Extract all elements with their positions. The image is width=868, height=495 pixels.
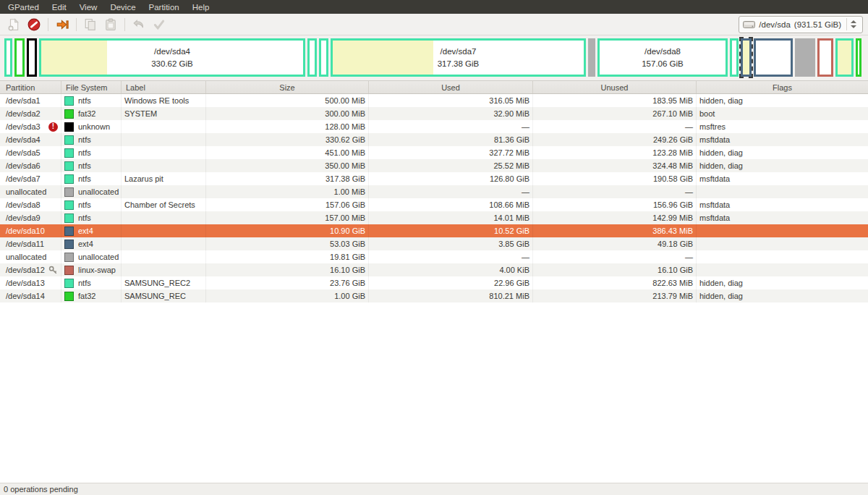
partition-row-sda7[interactable]: /dev/sda7ntfsLazarus pit317.38 GiB126.80… (0, 172, 868, 185)
partition-row-sda6[interactable]: /dev/sda6ntfs350.00 MiB25.52 MiB324.48 M… (0, 159, 868, 172)
toolbar-separator (48, 18, 48, 31)
cell-used: — (369, 250, 533, 263)
segment-device-name: /dev/sda4 (154, 46, 190, 57)
cell-label (122, 237, 206, 250)
disk-segment-/dev/sda5[interactable] (307, 38, 317, 77)
partition-row-sda4[interactable]: /dev/sda4ntfs330.62 GiB81.36 GiB249.26 G… (0, 133, 868, 146)
paste-icon (104, 18, 117, 31)
partition-table-header: PartitionFile SystemLabelSizeUsedUnusedF… (0, 80, 868, 94)
cell-partition: /dev/sda5 (0, 146, 61, 159)
disk-segment-unallocated[interactable] (795, 38, 815, 77)
cell-filesystem: fat32 (61, 107, 122, 120)
disk-segment-/dev/sda13[interactable] (835, 38, 854, 77)
cell-partition: /dev/sda6 (0, 159, 61, 172)
partition-row-sda10[interactable]: /dev/sda10ext410.90 GiB10.52 GiB386.43 M… (0, 224, 868, 237)
filesystem-name: unallocated (78, 253, 119, 261)
disk-segment-/dev/sda8[interactable]: /dev/sda8157.06 GiB (597, 38, 728, 77)
segment-used-space (838, 41, 851, 75)
disk-segment-/dev/sda3[interactable] (27, 38, 37, 77)
device-selector[interactable]: /dev/sda (931.51 GiB) (739, 16, 863, 33)
partition-row-sda5[interactable]: /dev/sda5ntfs451.00 MiB327.72 MiB123.28 … (0, 146, 868, 159)
partition-row-sda11[interactable]: /dev/sda11ext453.03 GiB3.85 GiB49.18 GiB (0, 237, 868, 250)
disk-segment-/dev/sda10[interactable] (741, 38, 752, 77)
cell-unused: 190.58 GiB (533, 172, 697, 185)
partition-row-unallocated[interactable]: unallocatedunallocated19.81 GiB—— (0, 250, 868, 263)
partition-row-sda8[interactable]: /dev/sda8ntfsChamber of Secrets157.06 Gi… (0, 198, 868, 211)
cell-used: 81.36 GiB (369, 133, 533, 146)
partition-name: /dev/sda7 (6, 174, 41, 183)
disk-segment-/dev/sda14[interactable] (856, 38, 861, 77)
menu-help[interactable]: Help (186, 1, 216, 13)
segment-label: /dev/sda8157.06 GiB (600, 41, 726, 75)
partition-row-sda2[interactable]: /dev/sda2fat32SYSTEM300.00 MiB32.90 MiB2… (0, 107, 868, 120)
disk-segment-/dev/sda7[interactable]: /dev/sda7317.38 GiB (331, 38, 586, 77)
cell-used: 108.66 MiB (369, 198, 533, 211)
partition-name: /dev/sda13 (6, 279, 45, 287)
partition-row-sda12[interactable]: /dev/sda12linux-swap16.10 GiB4.00 KiB16.… (0, 263, 868, 276)
filesystem-name: ext4 (78, 240, 93, 248)
cell-filesystem: ntfs (61, 211, 122, 224)
column-header-unused: Unused (533, 81, 697, 93)
cell-label (122, 263, 206, 276)
partition-name: /dev/sda3 (6, 122, 41, 131)
filesystem-color-swatch (64, 240, 74, 249)
delete-partition-button[interactable] (25, 16, 43, 33)
partition-row-sda13[interactable]: /dev/sda13ntfsSAMSUNG_REC223.76 GiB22.96… (0, 276, 868, 289)
partition-row-sda1[interactable]: /dev/sda1ntfsWindows RE tools500.00 MiB3… (0, 94, 868, 107)
menu-partition[interactable]: Partition (142, 1, 186, 13)
device-selector-spinner[interactable] (846, 18, 860, 30)
cell-partition: /dev/sda7 (0, 172, 61, 185)
filesystem-color-swatch (64, 279, 74, 288)
menu-view[interactable]: View (73, 1, 104, 13)
copy-button[interactable] (81, 16, 100, 33)
cell-filesystem: linux-swap (61, 263, 122, 276)
partition-name: unallocated (6, 253, 46, 261)
cell-label: SYSTEM (122, 107, 206, 120)
spinner-up-icon (851, 20, 856, 23)
cell-label (122, 211, 206, 224)
partition-row-sda9[interactable]: /dev/sda9ntfs157.00 MiB14.01 MiB142.99 M… (0, 211, 868, 224)
partition-row-sda3[interactable]: /dev/sda3!unknown128.00 MiB——msftres (0, 120, 868, 133)
cell-filesystem: ntfs (61, 146, 122, 159)
filesystem-color-swatch (64, 266, 74, 275)
segment-size: 157.06 GiB (642, 58, 684, 69)
cell-label (122, 250, 206, 263)
disk-segment-/dev/sda9[interactable] (730, 38, 739, 77)
cell-unused: 142.99 MiB (533, 211, 697, 224)
resize-move-button[interactable] (53, 16, 72, 33)
new-partition-button[interactable] (4, 16, 23, 33)
disk-segment-/dev/sda11[interactable] (754, 38, 793, 77)
column-header-flags: Flags (697, 81, 868, 93)
undo-button[interactable] (129, 16, 148, 33)
partition-row-sda14[interactable]: /dev/sda14fat32SAMSUNG_REC1.00 GiB810.21… (0, 289, 868, 302)
disk-segment-unallocated[interactable] (588, 38, 595, 77)
cell-unused: 386.43 MiB (533, 224, 697, 237)
disk-segment-/dev/sda12[interactable] (817, 38, 833, 77)
undo-icon (132, 18, 145, 31)
menu-edit[interactable]: Edit (46, 1, 73, 13)
cell-filesystem: unknown (61, 120, 122, 133)
disk-segment-/dev/sda2[interactable] (14, 38, 25, 77)
menu-gparted[interactable]: GParted (1, 1, 46, 13)
segment-label: /dev/sda4330.62 GiB (41, 41, 303, 75)
cell-label (122, 120, 206, 133)
disk-segment-/dev/sda6[interactable] (319, 38, 328, 77)
column-header-file-system: File System (61, 81, 122, 93)
partition-name: /dev/sda14 (6, 292, 45, 300)
cell-flags (697, 263, 868, 276)
apply-button[interactable] (150, 16, 169, 33)
cell-used: 126.80 GiB (369, 172, 533, 185)
delete-icon (27, 18, 41, 31)
cell-unused: 156.96 GiB (533, 198, 697, 211)
cell-used: 327.72 MiB (369, 146, 533, 159)
cell-flags: boot (697, 107, 868, 120)
partition-row-unallocated[interactable]: unallocatedunallocated1.00 MiB—— (0, 185, 868, 198)
disk-segment-/dev/sda4[interactable]: /dev/sda4330.62 GiB (39, 38, 305, 77)
filesystem-color-swatch (64, 96, 74, 106)
filesystem-color-swatch (64, 227, 74, 236)
disk-segment-/dev/sda1[interactable] (4, 38, 12, 77)
device-selector-value: /dev/sda (759, 20, 790, 29)
menu-device[interactable]: Device (103, 1, 142, 13)
filesystem-color-swatch (64, 161, 74, 171)
paste-button[interactable] (101, 16, 120, 33)
